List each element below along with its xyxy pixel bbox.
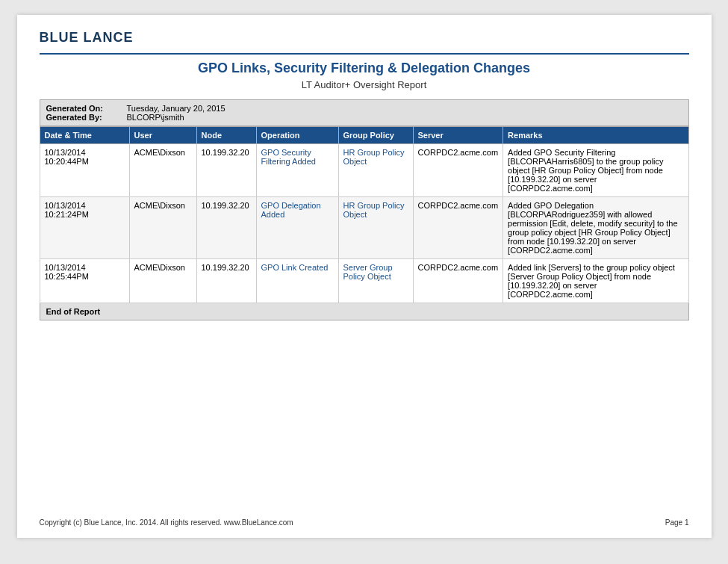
report-footer: Copyright (c) Blue Lance, Inc. 2014. All…	[40, 518, 689, 527]
report-table: Date & Time User Node Operation Group Po…	[40, 126, 689, 303]
cell-operation: GPO Delegation Added	[256, 197, 338, 259]
col-header-datetime: Date & Time	[40, 127, 129, 144]
cell-remarks: Added GPO Security Filtering [BLCORP\AHa…	[503, 144, 688, 197]
col-header-grouppolicy: Group Policy	[338, 127, 413, 144]
col-header-user: User	[129, 127, 196, 144]
col-header-remarks: Remarks	[503, 127, 688, 144]
footer-copyright: Copyright (c) Blue Lance, Inc. 2014. All…	[40, 518, 293, 527]
cell-user: ACME\Dixson	[129, 144, 196, 197]
cell-server: CORPDC2.acme.com	[413, 197, 503, 259]
generated-by-value: BLCORP\jsmith	[127, 113, 184, 122]
cell-node: 10.199.32.20	[196, 144, 256, 197]
report-title: GPO Links, Security Filtering & Delegati…	[40, 61, 689, 76]
cell-operation: GPO Link Created	[256, 259, 338, 303]
end-of-report: End of Report	[40, 303, 689, 320]
generated-by-label: Generated By:	[46, 113, 121, 122]
cell-datetime: 10/13/2014 10:21:24PM	[40, 197, 129, 259]
generated-on-value: Tuesday, January 20, 2015	[127, 104, 225, 113]
cell-user: ACME\Dixson	[129, 197, 196, 259]
cell-server: CORPDC2.acme.com	[413, 144, 503, 197]
company-logo: BLUE LANCE	[40, 30, 689, 46]
report-subtitle: LT Auditor+ Oversight Report	[40, 79, 689, 90]
cell-remarks: Added link [Servers] to the group policy…	[503, 259, 688, 303]
col-header-server: Server	[413, 127, 503, 144]
cell-node: 10.199.32.20	[196, 197, 256, 259]
report-page: BLUE LANCE GPO Links, Security Filtering…	[17, 15, 712, 538]
generated-on-row: Generated On: Tuesday, January 20, 2015	[46, 104, 682, 113]
cell-grouppolicy: HR Group Policy Object	[338, 197, 413, 259]
meta-section: Generated On: Tuesday, January 20, 2015 …	[40, 99, 689, 126]
cell-remarks: Added GPO Delegation [BLCORP\ARodriguez3…	[503, 197, 688, 259]
logo-text: BLUE LANCE	[40, 30, 134, 45]
cell-operation: GPO Security Filtering Added	[256, 144, 338, 197]
cell-datetime: 10/13/2014 10:20:44PM	[40, 144, 129, 197]
generated-by-row: Generated By: BLCORP\jsmith	[46, 113, 682, 122]
table-row: 10/13/2014 10:20:44PMACME\Dixson10.199.3…	[40, 144, 688, 197]
table-row: 10/13/2014 10:25:44PMACME\Dixson10.199.3…	[40, 259, 688, 303]
col-header-node: Node	[196, 127, 256, 144]
cell-server: CORPDC2.acme.com	[413, 259, 503, 303]
header-divider	[40, 53, 689, 55]
col-header-operation: Operation	[256, 127, 338, 144]
cell-grouppolicy: HR Group Policy Object	[338, 144, 413, 197]
footer-page: Page 1	[665, 518, 689, 527]
cell-node: 10.199.32.20	[196, 259, 256, 303]
table-header-row: Date & Time User Node Operation Group Po…	[40, 127, 688, 144]
cell-datetime: 10/13/2014 10:25:44PM	[40, 259, 129, 303]
table-row: 10/13/2014 10:21:24PMACME\Dixson10.199.3…	[40, 197, 688, 259]
cell-user: ACME\Dixson	[129, 259, 196, 303]
cell-grouppolicy: Server Group Policy Object	[338, 259, 413, 303]
generated-on-label: Generated On:	[46, 104, 121, 113]
